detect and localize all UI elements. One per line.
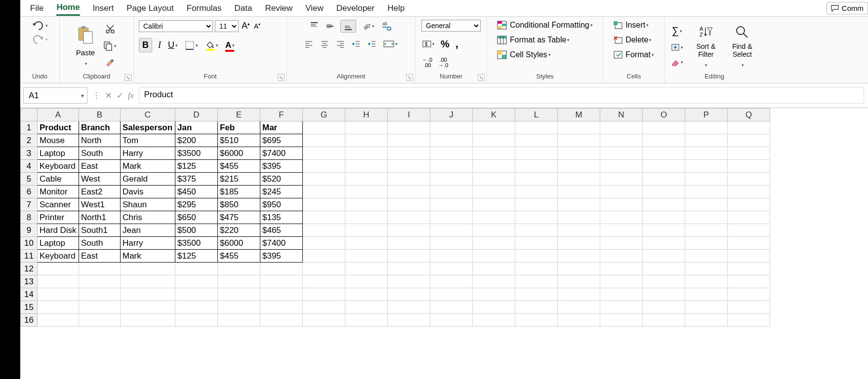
- cell-Q12[interactable]: [728, 263, 770, 275]
- cells-insert-button[interactable]: Insert: [613, 20, 650, 31]
- cell-C8[interactable]: Chris: [121, 211, 175, 224]
- cell-O5[interactable]: [643, 173, 685, 186]
- cell-A12[interactable]: [38, 263, 79, 275]
- cell-B5[interactable]: West: [79, 173, 121, 186]
- cell-H13[interactable]: [345, 275, 388, 288]
- name-box-dropdown-icon[interactable]: ▾: [81, 92, 84, 99]
- tab-developer[interactable]: Developer: [336, 1, 375, 15]
- cell-F4[interactable]: $395: [260, 160, 303, 173]
- row-header-5[interactable]: 5: [21, 173, 38, 186]
- cell-J16[interactable]: [430, 314, 473, 327]
- cell-A13[interactable]: [38, 275, 79, 288]
- cell-P10[interactable]: [685, 237, 728, 250]
- cell-G9[interactable]: [303, 224, 345, 237]
- bold-button[interactable]: B: [139, 38, 152, 52]
- col-header-L[interactable]: L: [515, 109, 558, 121]
- cell-L16[interactable]: [515, 314, 558, 327]
- cell-Q11[interactable]: [728, 250, 770, 263]
- find-select-dropdown[interactable]: [741, 60, 744, 68]
- cell-F11[interactable]: $395: [260, 250, 303, 263]
- cell-G3[interactable]: [303, 147, 345, 160]
- cell-J8[interactable]: [430, 211, 473, 224]
- cell-P8[interactable]: [685, 211, 728, 224]
- cell-C5[interactable]: Gerald: [121, 173, 175, 186]
- cell-L11[interactable]: [515, 250, 558, 263]
- cell-K15[interactable]: [473, 301, 515, 314]
- cell-K16[interactable]: [473, 314, 515, 327]
- cell-M11[interactable]: [558, 250, 600, 263]
- cell-H14[interactable]: [345, 288, 388, 301]
- cell-A8[interactable]: Printer: [38, 211, 79, 224]
- cell-C9[interactable]: Jean: [121, 224, 175, 237]
- cell-Q2[interactable]: [728, 134, 770, 147]
- tab-file[interactable]: File: [30, 1, 43, 15]
- decrease-decimal-button[interactable]: .00→.0: [437, 56, 449, 69]
- cell-P13[interactable]: [685, 275, 728, 288]
- cell-H10[interactable]: [345, 237, 388, 250]
- cell-D6[interactable]: $450: [175, 186, 218, 198]
- cell-I3[interactable]: [388, 147, 430, 160]
- cell-Q10[interactable]: [728, 237, 770, 250]
- cell-F8[interactable]: $135: [260, 211, 303, 224]
- col-header-D[interactable]: D: [175, 109, 218, 121]
- clipboard-launcher[interactable]: ⤡: [124, 74, 131, 81]
- cell-G4[interactable]: [303, 160, 345, 173]
- align-center-button[interactable]: [319, 38, 330, 49]
- cell-F9[interactable]: $465: [260, 224, 303, 237]
- cell-H5[interactable]: [345, 173, 388, 186]
- vertical-dots-icon[interactable]: ⋮: [92, 91, 100, 100]
- cell-P16[interactable]: [685, 314, 728, 327]
- cell-Q1[interactable]: [728, 121, 770, 134]
- cell-D5[interactable]: $375: [175, 173, 218, 186]
- col-header-A[interactable]: A: [38, 109, 79, 121]
- cell-F10[interactable]: $7400: [260, 237, 303, 250]
- cell-K8[interactable]: [473, 211, 515, 224]
- align-left-button[interactable]: [303, 38, 314, 49]
- row-header-6[interactable]: 6: [21, 186, 38, 198]
- cell-D2[interactable]: $200: [175, 134, 218, 147]
- cell-K13[interactable]: [473, 275, 515, 288]
- cell-O11[interactable]: [643, 250, 685, 263]
- cell-L7[interactable]: [515, 198, 558, 211]
- row-header-16[interactable]: 16: [21, 314, 38, 327]
- cell-N2[interactable]: [600, 134, 643, 147]
- cell-O2[interactable]: [643, 134, 685, 147]
- conditional-formatting-button[interactable]: Conditional Formatting: [496, 20, 594, 31]
- cell-L3[interactable]: [515, 147, 558, 160]
- cell-O8[interactable]: [643, 211, 685, 224]
- cell-O4[interactable]: [643, 160, 685, 173]
- fill-button[interactable]: [670, 42, 684, 52]
- cell-N13[interactable]: [600, 275, 643, 288]
- cell-N7[interactable]: [600, 198, 643, 211]
- cell-J3[interactable]: [430, 147, 473, 160]
- font-size-select[interactable]: 11: [215, 20, 239, 32]
- copy-button[interactable]: [102, 40, 118, 52]
- cell-J14[interactable]: [430, 288, 473, 301]
- cell-K9[interactable]: [473, 224, 515, 237]
- cell-B16[interactable]: [79, 314, 121, 327]
- cell-G2[interactable]: [303, 134, 345, 147]
- cell-M16[interactable]: [558, 314, 600, 327]
- cell-H15[interactable]: [345, 301, 388, 314]
- cell-O14[interactable]: [643, 288, 685, 301]
- cell-L12[interactable]: [515, 263, 558, 275]
- cell-O7[interactable]: [643, 198, 685, 211]
- cell-C13[interactable]: [121, 275, 175, 288]
- cell-H6[interactable]: [345, 186, 388, 198]
- row-header-2[interactable]: 2: [21, 134, 38, 147]
- col-header-I[interactable]: I: [388, 109, 430, 121]
- cell-E3[interactable]: $6000: [218, 147, 260, 160]
- comma-format-button[interactable]: ,: [455, 37, 459, 51]
- cell-D9[interactable]: $500: [175, 224, 218, 237]
- cell-K5[interactable]: [473, 173, 515, 186]
- cell-E15[interactable]: [218, 301, 260, 314]
- cell-J10[interactable]: [430, 237, 473, 250]
- cut-button[interactable]: [104, 23, 116, 35]
- row-header-4[interactable]: 4: [21, 160, 38, 173]
- cell-M14[interactable]: [558, 288, 600, 301]
- cell-N11[interactable]: [600, 250, 643, 263]
- cell-J1[interactable]: [430, 121, 473, 134]
- cell-K3[interactable]: [473, 147, 515, 160]
- tab-page-layout[interactable]: Page Layout: [126, 1, 173, 15]
- cell-D14[interactable]: [175, 288, 218, 301]
